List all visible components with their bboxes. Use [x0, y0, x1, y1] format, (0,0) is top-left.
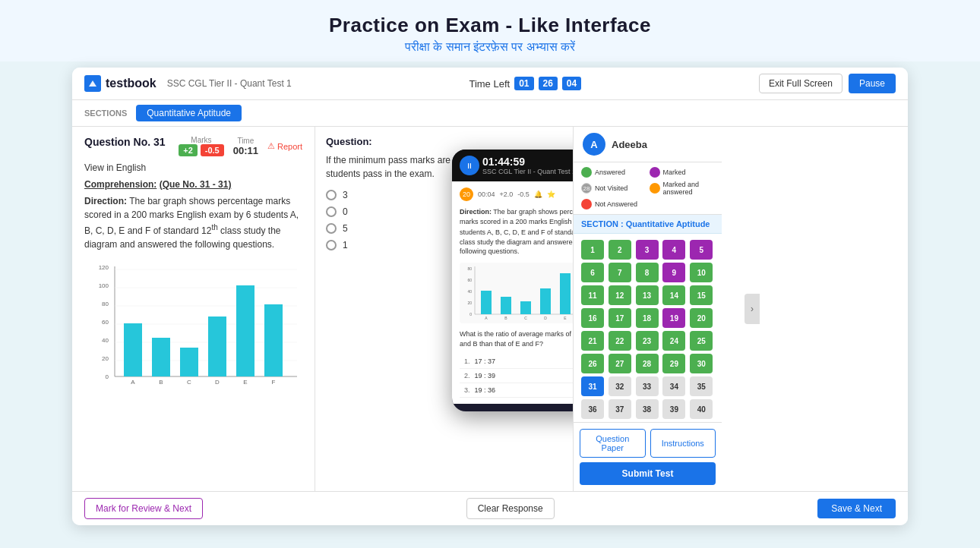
question-number-8[interactable]: 8: [636, 263, 659, 282]
question-number-35[interactable]: 35: [690, 376, 713, 396]
svg-text:60: 60: [102, 319, 109, 326]
panel-toggle-arrow[interactable]: ›: [744, 294, 760, 324]
question-number-12[interactable]: 12: [609, 285, 631, 305]
legend-not-visited: 28Not Visited: [581, 181, 646, 196]
question-number-32[interactable]: 32: [609, 376, 631, 396]
timer-s: 04: [562, 77, 581, 90]
question-number-23[interactable]: 23: [636, 331, 659, 351]
time-value: 00:11: [233, 145, 258, 156]
question-number-6[interactable]: 6: [581, 263, 604, 282]
question-number-30[interactable]: 30: [690, 354, 713, 373]
question-number-39[interactable]: 39: [662, 399, 685, 419]
question-number-13[interactable]: 13: [636, 285, 659, 305]
marks-negative: -0.5: [201, 144, 224, 156]
question-number-10[interactable]: 10: [690, 263, 713, 282]
svg-text:C: C: [187, 379, 191, 386]
svg-text:E: E: [564, 316, 567, 320]
question-number-17[interactable]: 17: [609, 308, 631, 328]
exam-container: testbook SSC CGL Tier II - Quant Test 1 …: [72, 68, 908, 525]
question-number-16[interactable]: 16: [581, 308, 604, 328]
question-number-2[interactable]: 2: [609, 240, 631, 260]
mobile-direction: Direction: The bar graph shows percentag…: [460, 207, 574, 257]
svg-rect-42: [560, 273, 571, 314]
question-number-31[interactable]: 31: [581, 376, 604, 396]
mobile-exam-title: SSC CGL Tier II - Quant Test 1: [482, 168, 574, 175]
question-number-37[interactable]: 37: [609, 399, 631, 419]
question-section: Question: If the minimum pass marks are …: [315, 127, 574, 491]
svg-text:0: 0: [469, 312, 472, 317]
mobile-question-text: What is the ratio of average marks of st…: [460, 329, 574, 348]
question-grid: 1234567891011121314151617181920212223242…: [574, 234, 722, 422]
svg-rect-34: [481, 291, 492, 314]
legend-marked: Marked: [650, 167, 715, 178]
question-number-33[interactable]: 33: [636, 376, 659, 396]
timer-area: Time Left 01 26 04: [469, 77, 581, 90]
logo-text: testbook: [106, 77, 156, 90]
svg-rect-40: [540, 288, 551, 314]
user-avatar: A: [583, 133, 605, 156]
question-paper-button[interactable]: Question Paper: [580, 429, 646, 458]
report-button[interactable]: ⚠ Report: [267, 141, 302, 151]
question-number-21[interactable]: 21: [581, 331, 604, 351]
clear-response-button[interactable]: Clear Response: [466, 498, 555, 519]
question-number-4[interactable]: 4: [662, 240, 685, 260]
svg-text:C: C: [524, 316, 527, 320]
question-number-14[interactable]: 14: [662, 285, 685, 305]
svg-text:20: 20: [467, 301, 472, 305]
timer-m: 26: [539, 77, 558, 90]
mobile-play-icon[interactable]: ⏸: [460, 156, 479, 175]
svg-text:D: D: [544, 316, 547, 320]
svg-rect-17: [152, 338, 170, 376]
question-number-38[interactable]: 38: [636, 399, 659, 419]
tab-quantitative[interactable]: Quantitative Aptitude: [136, 105, 242, 121]
svg-text:A: A: [131, 379, 135, 386]
page-title-hindi: परीक्षा के समान इंटरफ़ेस पर अभ्यास करें: [0, 40, 980, 54]
submit-test-button[interactable]: Submit Test: [580, 462, 716, 485]
question-number-20[interactable]: 20: [690, 308, 713, 328]
legend-area: Answered Marked 28Not Visited Marked and…: [574, 162, 722, 215]
question-number-24[interactable]: 24: [662, 331, 685, 351]
legend-not-answered: Not Answered: [581, 199, 646, 209]
question-number-40[interactable]: 40: [690, 399, 713, 419]
question-number-34[interactable]: 34: [662, 376, 685, 396]
question-number-28[interactable]: 28: [636, 354, 659, 373]
view-in-selector[interactable]: View in English: [84, 162, 302, 173]
exam-name: SSC CGL Tier II - Quant Test 1: [167, 78, 292, 89]
question-number-5[interactable]: 5: [690, 240, 713, 260]
question-number-29[interactable]: 29: [662, 354, 685, 373]
svg-rect-19: [180, 348, 198, 376]
user-name: Adeeba: [612, 139, 647, 150]
logo-icon: [84, 75, 101, 92]
svg-rect-36: [501, 297, 511, 314]
question-number-11[interactable]: 11: [581, 285, 604, 305]
page-title-main: Practice on Exam - Like Interface: [0, 14, 980, 37]
question-number-18[interactable]: 18: [636, 308, 659, 328]
question-panel: Question No. 31 Marks +2 -0.5 Time 00:11: [72, 127, 315, 491]
pause-button[interactable]: Pause: [849, 74, 896, 93]
save-next-button[interactable]: Save & Next: [817, 499, 896, 518]
question-number-27[interactable]: 27: [609, 354, 631, 373]
question-number-15[interactable]: 15: [690, 285, 713, 305]
svg-text:F: F: [272, 379, 276, 386]
legend-answered: Answered: [581, 167, 646, 178]
instructions-button[interactable]: Instructions: [650, 429, 716, 458]
timer-label: Time Left: [469, 78, 510, 90]
sections-label: SECTIONS: [84, 109, 127, 118]
question-number-19[interactable]: 19: [662, 308, 685, 328]
mark-review-button[interactable]: Mark for Review & Next: [84, 498, 203, 519]
mobile-option-2: 2. 19 : 39: [460, 369, 574, 383]
question-number-9[interactable]: 9: [662, 263, 685, 282]
question-number-25[interactable]: 25: [690, 331, 713, 351]
page-header: Practice on Exam - Like Interface परीक्ष…: [0, 0, 980, 61]
question-number-7[interactable]: 7: [609, 263, 631, 282]
question-number-3[interactable]: 3: [636, 240, 659, 260]
bar-chart: 0 20 40 60 80 100 120: [84, 259, 305, 399]
svg-text:B: B: [504, 316, 507, 320]
exit-fullscreen-button[interactable]: Exit Full Screen: [759, 74, 842, 93]
svg-text:0: 0: [106, 373, 109, 380]
mobile-q-icon: 20: [460, 187, 473, 201]
question-number-22[interactable]: 22: [609, 331, 631, 351]
question-number-1[interactable]: 1: [581, 240, 604, 260]
question-number-26[interactable]: 26: [581, 354, 604, 373]
question-number-36[interactable]: 36: [581, 399, 604, 419]
